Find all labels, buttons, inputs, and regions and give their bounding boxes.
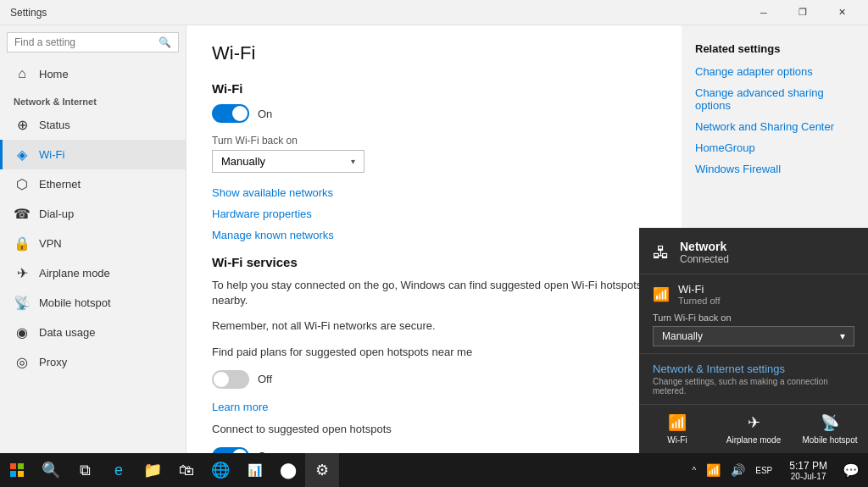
connect-hotspots-toggle[interactable]	[212, 447, 249, 453]
tray-action-wifi[interactable]: 📶 Wi-Fi	[639, 405, 715, 453]
tray-action-airplane-icon: ✈	[748, 413, 760, 432]
sidebar-item-dialup[interactable]: ☎ Dial-up	[0, 199, 186, 229]
ethernet-icon: ⬡	[14, 176, 31, 192]
tray-speaker-icon[interactable]: 🔊	[727, 462, 748, 479]
tray-action-airplane-label: Airplane mode	[726, 435, 781, 445]
back-on-dropdown[interactable]: Manually ▾	[212, 150, 364, 173]
tray-chevron-icon[interactable]: ^	[689, 464, 700, 477]
sidebar-item-status-label: Status	[39, 119, 70, 131]
tray-action-hotspot[interactable]: 📡 Mobile hotspot	[792, 405, 868, 453]
connect-hotspots-toggle-row: On	[212, 447, 656, 453]
taskbar-clock[interactable]: 5:17 PM 20-Jul-17	[782, 460, 834, 481]
proxy-icon: ◎	[14, 354, 31, 370]
minimize-button[interactable]: ─	[744, 0, 783, 25]
tray-back-on-value: Manually	[662, 330, 703, 342]
svg-rect-0	[10, 463, 16, 469]
paid-plans-toggle-label: Off	[258, 373, 272, 385]
sidebar-item-home-label: Home	[39, 68, 69, 80]
taskbar-store-button[interactable]: 🛍	[170, 453, 203, 487]
sidebar-item-proxy[interactable]: ◎ Proxy	[0, 347, 186, 377]
sidebar-item-vpn[interactable]: 🔒 VPN	[0, 229, 186, 258]
connect-hotspots-label: Connect to suggested open hotspots	[212, 422, 656, 437]
sidebar-item-hotspot[interactable]: 📡 Mobile hotspot	[0, 288, 186, 318]
paid-plans-toggle-row: Off	[212, 370, 656, 389]
clock-date: 20-Jul-17	[791, 472, 826, 481]
sharing-options-link[interactable]: Change advanced sharing options	[695, 86, 854, 112]
sidebar-item-home[interactable]: ⌂ Home	[0, 59, 186, 88]
restore-button[interactable]: ❐	[783, 0, 822, 25]
firewall-link[interactable]: Windows Firewall	[695, 163, 854, 175]
sidebar-item-ethernet[interactable]: ⬡ Ethernet	[0, 169, 186, 199]
paid-plans-toggle[interactable]	[212, 370, 249, 389]
tray-action-wifi-label: Wi-Fi	[667, 435, 687, 445]
svg-rect-1	[18, 463, 24, 469]
show-networks-link[interactable]: Show available networks	[212, 186, 656, 199]
home-icon: ⌂	[14, 66, 31, 81]
svg-rect-2	[10, 471, 16, 477]
hotspot-icon: 📡	[14, 295, 31, 311]
windows-icon	[10, 463, 24, 477]
taskbar-settings-button[interactable]: ⚙	[305, 453, 339, 487]
notification-button[interactable]: 💬	[834, 453, 868, 487]
taskbar-task-view-button[interactable]: ⧉	[68, 453, 102, 487]
sidebar-item-datausage-label: Data usage	[39, 326, 96, 339]
close-button[interactable]: ✕	[822, 0, 861, 25]
search-icon: 🔍	[159, 36, 171, 48]
sidebar-item-proxy-label: Proxy	[39, 356, 67, 368]
clock-time: 5:17 PM	[789, 460, 827, 472]
homegroup-link[interactable]: HomeGroup	[695, 141, 854, 154]
taskbar-chrome-button[interactable]: ⬤	[271, 453, 305, 487]
sidebar-item-datausage[interactable]: ◉ Data usage	[0, 318, 186, 347]
taskbar-edge-button[interactable]: e	[102, 453, 136, 487]
tray-network-header: 🖧 Network Connected	[639, 228, 868, 274]
airplane-icon: ✈	[14, 265, 31, 281]
dropdown-arrow-icon: ▾	[351, 157, 355, 166]
tray-wifi-row: 📶 Wi-Fi Turned off	[653, 283, 854, 306]
manage-networks-link[interactable]: Manage known networks	[212, 229, 656, 241]
taskbar-tray: ^ 📶 🔊 ESP	[682, 462, 783, 479]
hardware-props-link[interactable]: Hardware properties	[212, 208, 656, 220]
learn-more-link[interactable]: Learn more	[212, 401, 656, 413]
back-on-value: Manually	[221, 155, 265, 168]
start-button[interactable]	[0, 453, 34, 487]
taskbar: 🔍 ⧉ e 📁 🛍 🌐 📊 ⬤ ⚙ ^ 📶 🔊 ESP 5:17 PM 20-J…	[0, 453, 868, 487]
wifi-toggle[interactable]	[212, 104, 249, 123]
services-section-title: Wi-Fi services	[212, 255, 656, 269]
sidebar-item-airplane-label: Airplane mode	[39, 267, 110, 279]
title-bar-controls: ─ ❐ ✕	[744, 0, 861, 25]
taskbar-search-button[interactable]: 🔍	[34, 453, 68, 487]
wifi-toggle-row: On	[212, 104, 656, 123]
sidebar-item-airplane[interactable]: ✈ Airplane mode	[0, 258, 186, 288]
sidebar-item-wifi[interactable]: ◈ Wi-Fi	[0, 140, 186, 169]
tray-net-settings-link[interactable]: Network & Internet settings	[653, 362, 854, 375]
search-box[interactable]: 🔍	[7, 32, 179, 53]
status-icon: ⊕	[14, 117, 31, 133]
tray-action-airplane[interactable]: ✈ Airplane mode	[715, 405, 792, 453]
taskbar-explorer-button[interactable]: 📁	[136, 453, 170, 487]
svg-rect-3	[18, 471, 24, 477]
tray-net-settings: Network & Internet settings Change setti…	[639, 354, 868, 405]
main-content: Wi-Fi Wi-Fi On Turn Wi-Fi back on Manual…	[186, 25, 682, 453]
sidebar-item-hotspot-label: Mobile hotspot	[39, 296, 111, 309]
sharing-center-link[interactable]: Network and Sharing Center	[695, 120, 854, 133]
paid-plans-label: Find paid plans for suggested open hotsp…	[212, 345, 656, 360]
tray-wifi-section: 📶 Wi-Fi Turned off Turn Wi-Fi back on Ma…	[639, 274, 868, 354]
tray-network-icon: 🖧	[653, 243, 670, 263]
adapter-options-link[interactable]: Change adapter options	[695, 65, 854, 78]
tray-net-name: Network	[680, 240, 729, 253]
sidebar-item-status[interactable]: ⊕ Status	[0, 110, 186, 140]
tray-back-on-dropdown[interactable]: Manually ▾	[653, 326, 854, 346]
tray-net-info: Network Connected	[680, 240, 729, 265]
tray-dropdown-arrow: ▾	[840, 330, 845, 342]
taskbar-ie-button[interactable]: 🌐	[203, 453, 237, 487]
search-input[interactable]	[14, 36, 159, 48]
dialup-icon: ☎	[14, 206, 31, 222]
tray-action-wifi-icon: 📶	[668, 413, 687, 432]
sidebar-item-dialup-label: Dial-up	[39, 208, 74, 220]
tray-keyboard-icon[interactable]: ESP	[752, 464, 776, 477]
services-para1: To help you stay connected on the go, Wi…	[212, 278, 656, 308]
sidebar-item-vpn-label: VPN	[39, 237, 62, 250]
tray-wifi-status-icon[interactable]: 📶	[703, 462, 724, 479]
taskbar-excel-button[interactable]: 📊	[237, 453, 271, 487]
tray-action-hotspot-label: Mobile hotspot	[802, 435, 857, 445]
